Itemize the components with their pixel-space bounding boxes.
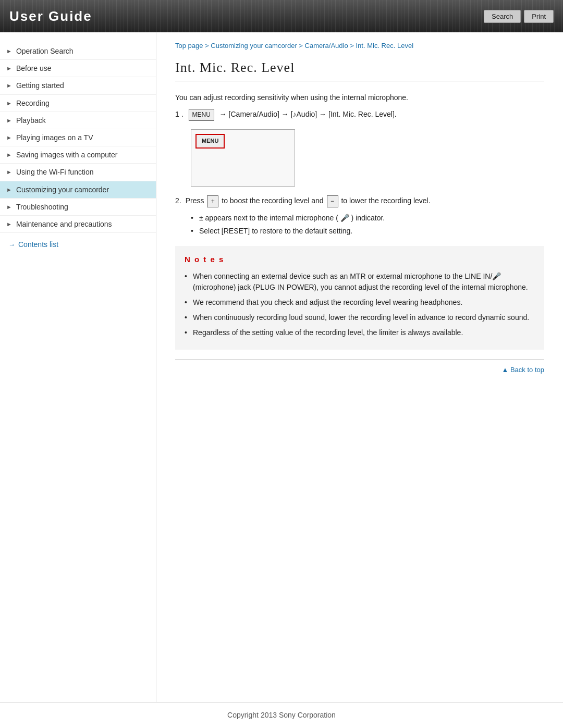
- chevron-right-icon: ►: [6, 220, 12, 228]
- sidebar-item-label: Getting started: [16, 81, 148, 90]
- step-2-text: Press + to boost the recording level and…: [186, 195, 431, 207]
- search-button[interactable]: Search: [484, 10, 521, 23]
- page-number: 96: [0, 724, 563, 728]
- main-layout: ► Operation Search ► Before use ► Gettin…: [0, 32, 563, 702]
- contents-list-label: Contents list: [18, 240, 58, 249]
- sidebar-item-label: Operation Search: [16, 46, 148, 56]
- chevron-right-icon: ►: [6, 186, 12, 193]
- sidebar-item-getting-started[interactable]: ► Getting started: [0, 77, 156, 94]
- sidebar-item-label: Maintenance and precautions: [16, 219, 148, 229]
- chevron-right-icon: ►: [6, 100, 12, 107]
- menu-screenshot: MENU: [191, 129, 295, 187]
- chevron-right-icon: ►: [6, 47, 12, 55]
- arrow-right-icon: →: [8, 241, 15, 249]
- step-1-instruction: → [Camera/Audio] → [♪Audio] → [Int. Mic.…: [217, 110, 397, 118]
- header-buttons: Search Print: [484, 10, 554, 23]
- step-1: 1 . MENU → [Camera/Audio] → [♪Audio] → […: [175, 108, 544, 121]
- sidebar-item-operation-search[interactable]: ► Operation Search: [0, 43, 156, 60]
- sidebar-item-label: Before use: [16, 64, 148, 73]
- print-button[interactable]: Print: [524, 10, 554, 23]
- sidebar-item-playing-tv[interactable]: ► Playing images on a TV: [0, 129, 156, 146]
- note-item: When continuously recording loud sound, …: [185, 312, 535, 323]
- sidebar-item-playback[interactable]: ► Playback: [0, 112, 156, 129]
- step-1-number: 1 .: [175, 108, 183, 120]
- sidebar-item-label: Using the Wi-Fi function: [16, 167, 148, 177]
- sidebar-item-customizing[interactable]: ► Customizing your camcorder: [0, 181, 156, 199]
- intro-text: You can adjust recording sensitivity whe…: [175, 92, 544, 103]
- sidebar-item-troubleshooting[interactable]: ► Troubleshooting: [0, 199, 156, 216]
- step-2-number: 2.: [175, 195, 181, 206]
- breadcrumb[interactable]: Top page > Customizing your camcorder > …: [175, 42, 544, 50]
- chevron-right-icon: ►: [6, 203, 12, 211]
- content-area: Top page > Customizing your camcorder > …: [156, 32, 563, 702]
- sidebar-item-wifi[interactable]: ► Using the Wi-Fi function: [0, 164, 156, 181]
- back-to-top-link[interactable]: ▲ Back to top: [175, 359, 544, 376]
- chevron-right-icon: ►: [6, 134, 12, 141]
- sidebar-item-before-use[interactable]: ► Before use: [0, 60, 156, 77]
- sidebar-item-label: Saving images with a computer: [16, 150, 148, 159]
- chevron-right-icon: ►: [6, 82, 12, 89]
- contents-list-link[interactable]: → Contents list: [0, 233, 156, 249]
- chevron-right-icon: ►: [6, 168, 12, 176]
- sidebar-item-recording[interactable]: ► Recording: [0, 95, 156, 112]
- content-body: You can adjust recording sensitivity whe…: [175, 92, 544, 376]
- menu-box-label: MENU: [195, 134, 225, 149]
- sidebar-item-label: Playing images on a TV: [16, 133, 148, 142]
- notes-box: N o t e s When connecting an external de…: [175, 246, 544, 350]
- note-item: Regardless of the setting value of the r…: [185, 327, 535, 338]
- sidebar-item-maintenance[interactable]: ► Maintenance and precautions: [0, 216, 156, 233]
- note-item: We recommend that you check and adjust t…: [185, 297, 535, 308]
- notes-list: When connecting an external device such …: [185, 271, 535, 338]
- menu-button-icon: MENU: [189, 109, 214, 121]
- plus-button-icon: +: [207, 195, 218, 207]
- chevron-right-icon: ►: [6, 65, 12, 72]
- sidebar: ► Operation Search ► Before use ► Gettin…: [0, 32, 156, 702]
- chevron-right-icon: ►: [6, 151, 12, 158]
- footer: Copyright 2013 Sony Corporation: [0, 702, 563, 724]
- note-item: When connecting an external device such …: [185, 271, 535, 293]
- minus-button-icon: −: [327, 195, 338, 207]
- sidebar-item-label: Playback: [16, 116, 148, 125]
- sidebar-item-saving-images[interactable]: ► Saving images with a computer: [0, 146, 156, 164]
- bullet-item: Select [RESET] to restore to the default…: [191, 226, 544, 237]
- sidebar-item-label: Recording: [16, 98, 148, 108]
- step-2: 2. Press + to boost the recording level …: [175, 195, 544, 207]
- sidebar-item-label: Troubleshooting: [16, 202, 148, 212]
- step-2-bullets: ± appears next to the internal microphon…: [191, 213, 544, 237]
- chevron-right-icon: ►: [6, 117, 12, 124]
- notes-title: N o t e s: [185, 253, 535, 266]
- page-title: Int. Mic. Rec. Level: [175, 60, 544, 81]
- step-1-text: MENU → [Camera/Audio] → [♪Audio] → [Int.…: [188, 108, 397, 121]
- site-title: User Guide: [9, 8, 92, 24]
- copyright-text: Copyright 2013 Sony Corporation: [227, 711, 336, 719]
- sidebar-item-label: Customizing your camcorder: [16, 185, 148, 194]
- bullet-item: ± appears next to the internal microphon…: [191, 213, 544, 224]
- header: User Guide Search Print: [0, 0, 563, 32]
